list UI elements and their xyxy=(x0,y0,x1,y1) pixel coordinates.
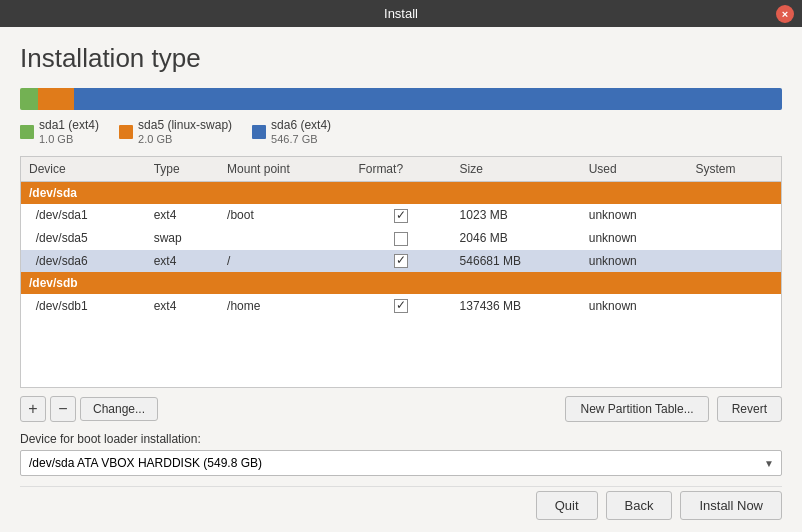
main-window: Install × Installation type sda1 (ext4) … xyxy=(0,0,802,532)
col-device: Device xyxy=(21,157,146,182)
legend-sda1-size: 1.0 GB xyxy=(39,133,73,145)
page-title: Installation type xyxy=(20,43,782,74)
close-button[interactable]: × xyxy=(776,5,794,23)
table-row[interactable]: /dev/sdb1 ext4 /home 137436 MB unknown xyxy=(21,294,781,317)
table-row[interactable]: /dev/sdb xyxy=(21,272,781,294)
format-checkbox[interactable] xyxy=(394,232,408,246)
cell-mount: /home xyxy=(219,294,350,317)
cell-system xyxy=(688,250,781,273)
col-type: Type xyxy=(146,157,219,182)
bar-sda6 xyxy=(74,88,782,110)
bootloader-section: Device for boot loader installation: /de… xyxy=(20,432,782,476)
cell-format xyxy=(350,227,451,250)
add-partition-button[interactable]: + xyxy=(20,396,46,422)
legend-sda6: sda6 (ext4) 546.7 GB xyxy=(252,118,331,146)
cell-used: unknown xyxy=(581,204,688,227)
cell-used: unknown xyxy=(581,250,688,273)
new-partition-table-button[interactable]: New Partition Table... xyxy=(565,396,708,422)
cell-type: ext4 xyxy=(146,250,219,273)
cell-mount xyxy=(219,227,350,250)
col-mount: Mount point xyxy=(219,157,350,182)
cell-size: 2046 MB xyxy=(452,227,581,250)
device-row-label: /dev/sda xyxy=(21,182,781,205)
cell-size: 137436 MB xyxy=(452,294,581,317)
cell-type: swap xyxy=(146,227,219,250)
content-area: Installation type sda1 (ext4) 1.0 GB sda… xyxy=(0,27,802,532)
device-row-label: /dev/sdb xyxy=(21,272,781,294)
cell-device: /dev/sdb1 xyxy=(21,294,146,317)
cell-device: /dev/sda5 xyxy=(21,227,146,250)
bootloader-select[interactable]: /dev/sda ATA VBOX HARDDISK (549.8 GB) xyxy=(20,450,782,476)
format-checkbox[interactable] xyxy=(394,299,408,313)
cell-format xyxy=(350,204,451,227)
legend-color-sda5 xyxy=(119,125,133,139)
table-row[interactable]: /dev/sda6 ext4 / 546681 MB unknown xyxy=(21,250,781,273)
change-button[interactable]: Change... xyxy=(80,397,158,421)
close-icon: × xyxy=(782,8,788,20)
cell-size: 1023 MB xyxy=(452,204,581,227)
cell-mount: / xyxy=(219,250,350,273)
cell-device: /dev/sda1 xyxy=(21,204,146,227)
quit-button[interactable]: Quit xyxy=(536,491,598,520)
titlebar: Install × xyxy=(0,0,802,27)
legend-sda5-label: sda5 (linux-swap) xyxy=(138,118,232,132)
cell-size: 546681 MB xyxy=(452,250,581,273)
partition-table: Device Type Mount point Format? Size Use… xyxy=(21,157,781,317)
table-row[interactable]: /dev/sda5 swap 2046 MB unknown xyxy=(21,227,781,250)
right-toolbar-buttons: New Partition Table... Revert xyxy=(565,396,782,422)
bootloader-label: Device for boot loader installation: xyxy=(20,432,782,446)
legend-sda6-size: 546.7 GB xyxy=(271,133,317,145)
legend-sda1: sda1 (ext4) 1.0 GB xyxy=(20,118,99,146)
col-format: Format? xyxy=(350,157,451,182)
format-checkbox[interactable] xyxy=(394,254,408,268)
legend-sda5-size: 2.0 GB xyxy=(138,133,172,145)
partition-toolbar: + − Change... New Partition Table... Rev… xyxy=(20,396,782,422)
partition-table-container: Device Type Mount point Format? Size Use… xyxy=(20,156,782,388)
legend-sda6-label: sda6 (ext4) xyxy=(271,118,331,132)
cell-system xyxy=(688,294,781,317)
install-now-button[interactable]: Install Now xyxy=(680,491,782,520)
add-icon: + xyxy=(28,400,37,418)
cell-type: ext4 xyxy=(146,294,219,317)
partition-bar xyxy=(20,88,782,110)
remove-icon: − xyxy=(58,400,67,418)
col-system: System xyxy=(688,157,781,182)
cell-mount: /boot xyxy=(219,204,350,227)
format-checkbox[interactable] xyxy=(394,209,408,223)
bar-sda5 xyxy=(38,88,74,110)
back-button[interactable]: Back xyxy=(606,491,673,520)
table-header-row: Device Type Mount point Format? Size Use… xyxy=(21,157,781,182)
legend-sda1-label: sda1 (ext4) xyxy=(39,118,99,132)
legend-color-sda6 xyxy=(252,125,266,139)
window-title: Install xyxy=(384,6,418,21)
cell-type: ext4 xyxy=(146,204,219,227)
partition-legend: sda1 (ext4) 1.0 GB sda5 (linux-swap) 2.0… xyxy=(20,118,782,146)
cell-format xyxy=(350,294,451,317)
col-used: Used xyxy=(581,157,688,182)
legend-color-sda1 xyxy=(20,125,34,139)
cell-system xyxy=(688,204,781,227)
cell-format xyxy=(350,250,451,273)
cell-used: unknown xyxy=(581,294,688,317)
table-row[interactable]: /dev/sda xyxy=(21,182,781,205)
cell-device: /dev/sda6 xyxy=(21,250,146,273)
table-row[interactable]: /dev/sda1 ext4 /boot 1023 MB unknown xyxy=(21,204,781,227)
bootloader-select-wrapper: /dev/sda ATA VBOX HARDDISK (549.8 GB) xyxy=(20,450,782,476)
bottom-nav: Quit Back Install Now xyxy=(20,486,782,520)
legend-sda5: sda5 (linux-swap) 2.0 GB xyxy=(119,118,232,146)
cell-used: unknown xyxy=(581,227,688,250)
bar-sda1 xyxy=(20,88,38,110)
cell-system xyxy=(688,227,781,250)
remove-partition-button[interactable]: − xyxy=(50,396,76,422)
col-size: Size xyxy=(452,157,581,182)
revert-button[interactable]: Revert xyxy=(717,396,782,422)
